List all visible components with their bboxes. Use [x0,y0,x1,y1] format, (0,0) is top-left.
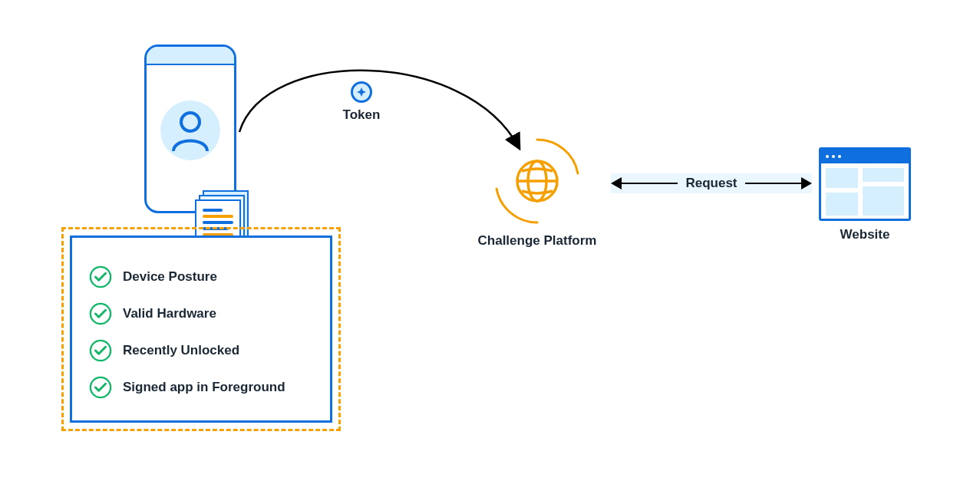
diagram-canvas: Device Posture Valid Hardware Recently U… [0,0,980,481]
checklist-item-label: Device Posture [123,269,217,285]
request-connector: Request [611,173,812,193]
checklist-item-label: Signed app in Foreground [123,380,285,395]
token-icon [351,81,372,103]
checkmark-icon [89,339,112,362]
user-icon [167,107,213,153]
phone-speaker-bar [147,47,234,65]
checkmark-icon [89,376,112,399]
checklist-item-label: Recently Unlocked [123,343,239,358]
checklist-item-label: Valid Hardware [123,306,216,321]
globe-icon [491,135,583,227]
token-node: Token [339,81,384,123]
challenge-platform-node: Challenge Platform [476,135,599,249]
checklist-item: Device Posture [89,265,313,288]
checkmark-icon [89,302,112,325]
checklist-item: Valid Hardware [89,302,313,325]
arrow-right-icon [801,177,812,189]
checklist-inner: Device Posture Valid Hardware Recently U… [70,236,332,423]
svg-point-0 [181,113,200,131]
website-label: Website [812,227,918,242]
browser-window-icon [819,147,911,221]
phone-device [144,44,236,213]
website-node: Website [812,147,918,242]
checkmark-icon [89,265,112,288]
challenge-platform-label: Challenge Platform [476,233,599,249]
checklist-panel: Device Posture Valid Hardware Recently U… [61,227,341,431]
checklist-item: Signed app in Foreground [89,376,313,399]
arrow-left-icon [611,177,622,189]
token-label: Token [339,107,384,123]
checklist-item: Recently Unlocked [89,339,313,362]
request-label: Request [678,176,744,191]
